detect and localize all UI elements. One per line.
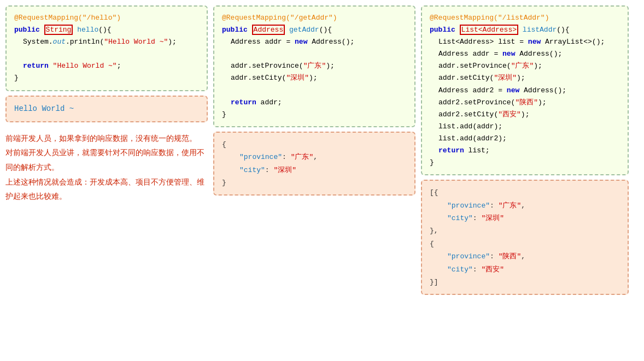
list-add1: list.add(addr); bbox=[438, 121, 620, 133]
return-line: return "Hello World ~"; bbox=[23, 60, 199, 72]
json-arr-province1: "province": "广东", bbox=[447, 199, 620, 212]
empty-line3 bbox=[222, 85, 407, 97]
json-val-prov1: "广东" bbox=[499, 202, 522, 210]
json-city: "city": "深圳" bbox=[239, 164, 407, 176]
annotation-getaddr: @RequestMapping("/getAddr") bbox=[222, 12, 407, 24]
addr-line1: Address addr = new Address(); bbox=[231, 36, 407, 48]
annotation-hello: @RequestMapping("/hello") bbox=[14, 12, 199, 24]
addr2-decl: Address addr2 = new Address(); bbox=[438, 85, 620, 97]
json-close: } bbox=[222, 176, 407, 189]
new-kw3: new bbox=[502, 50, 519, 58]
colon1: : bbox=[282, 153, 291, 161]
json-val-city2: "西安" bbox=[481, 265, 504, 274]
json-val-prov2: "陕西" bbox=[499, 252, 522, 261]
sp3: addr2.setProvince( bbox=[438, 98, 515, 106]
return-list-val: list; bbox=[469, 146, 490, 155]
keyword-public3: public bbox=[430, 26, 460, 34]
return-addr-line: return addr; bbox=[231, 97, 407, 109]
bottom-line1-text: 前端开发人员，如果拿到的响应数据，没有统一的规范。 bbox=[5, 134, 197, 143]
column-3: @RequestMapping("/listAddr") public List… bbox=[421, 5, 629, 295]
return-kw: return bbox=[23, 62, 53, 70]
semi2: ; bbox=[117, 62, 121, 70]
addr-decl: Address addr = bbox=[231, 38, 295, 46]
out-text: out bbox=[53, 38, 66, 46]
setcity3: addr2.setCity("西安"); bbox=[438, 109, 620, 121]
bottom-line3: 上述这种情况就会造成：开发成本高、项目不方便管理、维护起来也比较难。 bbox=[5, 175, 208, 204]
json-val-city: "深圳" bbox=[273, 166, 296, 174]
list-decl: List<Address> list = new ArrayList<>(); bbox=[438, 36, 620, 48]
sp2: addr.setProvince( bbox=[438, 62, 511, 70]
paren-hello: (){ bbox=[98, 26, 111, 34]
return-kw3: return bbox=[438, 146, 469, 155]
bottom-line1: 前端开发人员，如果拿到的响应数据，没有统一的规范。 bbox=[5, 131, 208, 146]
prov2-val: "广东" bbox=[511, 62, 534, 70]
new-kw4: new bbox=[507, 86, 524, 94]
hello-string: "Hello World ~" bbox=[104, 38, 168, 46]
province-val: "广东" bbox=[303, 62, 326, 70]
new-kw1: new bbox=[295, 38, 312, 46]
setprovince3: addr2.setProvince("陕西"); bbox=[438, 97, 620, 109]
bottom-line2: 对前端开发人员业讲，就需要针对不同的响应数据，使用不同的解析方式。 bbox=[5, 145, 208, 174]
return-kw2: return bbox=[231, 98, 261, 106]
list-type: List<Address> list = bbox=[438, 38, 528, 46]
return-type-getaddr: Address bbox=[252, 25, 285, 35]
result-box-listaddr: [{ "province": "广东", "city": "深圳" }, { "… bbox=[421, 180, 629, 295]
result-box-hello: Hello World ~ bbox=[5, 96, 208, 122]
json-arr-open: [{ bbox=[430, 186, 620, 199]
json-key-prov1: "province" bbox=[447, 202, 490, 210]
list-add2: list.add(addr2); bbox=[438, 133, 620, 145]
bottom-line3-text: 上述这种情况就会造成：开发成本高、项目不方便管理、维护起来也比较难。 bbox=[5, 177, 204, 201]
result-box-getaddr: { "province": "广东", "city": "深圳" } bbox=[213, 132, 415, 196]
json-key-city1: "city" bbox=[447, 214, 473, 222]
semi4: ); bbox=[309, 74, 318, 82]
close-brace2: } bbox=[222, 109, 407, 121]
json-key-city: "city" bbox=[239, 166, 265, 174]
paren-listaddr: (){ bbox=[557, 26, 569, 34]
json-arr-city1: "city": "深圳" bbox=[447, 212, 620, 224]
code-box-hello: @RequestMapping("/hello") public String … bbox=[5, 5, 208, 91]
main-layout: @RequestMapping("/hello") public String … bbox=[5, 5, 639, 295]
prov3-val: "陕西" bbox=[515, 98, 538, 106]
semi1: ); bbox=[168, 38, 177, 46]
addr-decl2: Address addr = new Address(); bbox=[438, 48, 620, 60]
addr2-type: Address addr2 = bbox=[438, 86, 507, 94]
json-obj2-open: { bbox=[430, 238, 620, 250]
annotation-listaddr: @RequestMapping("/listAddr") bbox=[430, 12, 620, 24]
bottom-text: 前端开发人员，如果拿到的响应数据，没有统一的规范。 对前端开发人员业讲，就需要针… bbox=[5, 131, 208, 204]
keyword-public: public bbox=[14, 26, 44, 34]
return-string: "Hello World ~" bbox=[53, 62, 117, 70]
empty-line2 bbox=[222, 48, 407, 60]
code-box-getaddr: @RequestMapping("/getAddr") public Addre… bbox=[213, 5, 415, 127]
json-arr-city2: "city": "西安" bbox=[447, 263, 620, 276]
return-type-hello: String bbox=[44, 25, 73, 35]
semi3: ); bbox=[326, 62, 335, 70]
json-key-prov2: "province" bbox=[447, 252, 490, 261]
column-1: @RequestMapping("/hello") public String … bbox=[5, 5, 208, 204]
city3-val: "西安" bbox=[498, 110, 521, 119]
setprovince-text: addr.setProvince( bbox=[231, 62, 303, 70]
json-arr-close: }] bbox=[430, 276, 620, 288]
hello-result-text: Hello World ~ bbox=[14, 104, 74, 113]
json-val-city1: "深圳" bbox=[481, 214, 504, 222]
colon2: : bbox=[265, 166, 274, 174]
json-open: { bbox=[222, 138, 407, 151]
method-sig-listaddr: public List<Address> listAddr(){ bbox=[430, 24, 620, 36]
json-obj-sep: }, bbox=[430, 224, 620, 237]
return-list: return list; bbox=[438, 145, 620, 157]
json-key-province: "province" bbox=[239, 153, 282, 161]
setcity2: addr.setCity("深圳"); bbox=[438, 72, 620, 84]
city2-val: "深圳" bbox=[494, 74, 517, 82]
bottom-line2-text: 对前端开发人员业讲，就需要针对不同的响应数据，使用不同的解析方式。 bbox=[5, 148, 204, 171]
arraylist-ctor: ArrayList<>(); bbox=[545, 38, 605, 46]
method-sig-getaddr: public Address getAddr(){ bbox=[222, 24, 407, 36]
method-name-getaddr: getAddr bbox=[285, 26, 319, 34]
addr-type: Address addr = bbox=[438, 50, 502, 58]
addr2-ctor: Address(); bbox=[524, 86, 566, 94]
return-addr: addr; bbox=[261, 98, 282, 106]
json-key-city2: "city" bbox=[447, 265, 473, 274]
json-val-province: "广东" bbox=[291, 153, 314, 161]
setprovince-line: addr.setProvince("广东"); bbox=[231, 60, 407, 72]
city-val: "深圳" bbox=[286, 74, 309, 82]
close-brace: } bbox=[14, 72, 199, 84]
method-name-hello: hello bbox=[73, 26, 98, 34]
